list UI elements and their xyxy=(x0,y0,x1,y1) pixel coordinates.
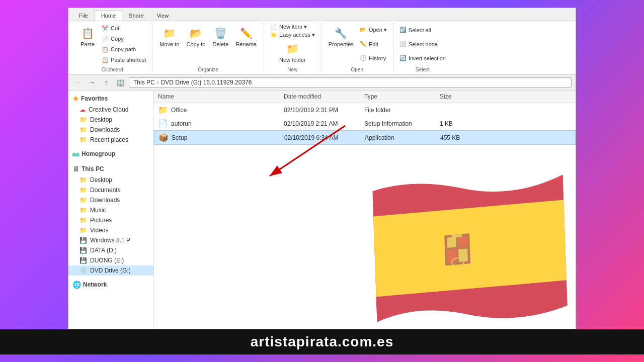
paste-shortcut-button[interactable]: 📋 Paste shortcut xyxy=(100,56,148,64)
office-folder-icon: 📁 Office xyxy=(158,105,187,115)
move-to-button[interactable]: 📁 Move to xyxy=(156,23,182,49)
sidebar-item-data[interactable]: 💾 DATA (D:) xyxy=(68,245,153,255)
sidebar-item-dvd[interactable]: 💿 DVD Drive (G:) xyxy=(68,265,153,276)
col-header-size[interactable]: Size xyxy=(436,92,476,102)
edit-button[interactable]: ✏️ Edit xyxy=(358,40,389,48)
path-part-2: DVD Drive (G:) 16.0.11929.20376 xyxy=(161,79,252,86)
invert-selection-button[interactable]: 🔄 Invert selection xyxy=(397,54,448,62)
favorites-header[interactable]: ★ Favorites xyxy=(68,93,153,105)
windows-drive-icon: 💾 xyxy=(79,237,87,244)
sidebar-item-documents[interactable]: 📁 Documents xyxy=(68,185,153,195)
homegroup-icon: 🏘 xyxy=(72,150,79,158)
col-header-type[interactable]: Type xyxy=(360,92,436,102)
tab-home[interactable]: Home xyxy=(95,10,122,21)
file-name-setup: 📦 Setup xyxy=(154,132,280,143)
sidebar-item-downloads-fav[interactable]: 📁 Downloads xyxy=(68,125,153,135)
sidebar-item-videos[interactable]: 📁 Videos xyxy=(68,225,153,235)
rename-button[interactable]: ✏️ Rename xyxy=(232,23,260,49)
tab-file[interactable]: File xyxy=(72,10,95,21)
homegroup-header[interactable]: 🏘 Homegroup xyxy=(68,148,153,160)
select-all-button[interactable]: ☑️ Select all xyxy=(397,26,448,34)
invert-selection-icon: 🔄 xyxy=(399,55,407,61)
spain-flag-overlay xyxy=(364,168,576,329)
sidebar-item-creative-cloud[interactable]: ☁ Creative Cloud xyxy=(68,105,153,115)
documents-label: Documents xyxy=(90,187,121,194)
open-icon: 📂 xyxy=(360,27,367,33)
delete-button[interactable]: 🗑️ Delete xyxy=(209,23,231,49)
address-path[interactable]: This PC › DVD Drive (G:) 16.0.11929.2037… xyxy=(129,77,572,87)
file-row-setup[interactable]: 📦 Setup 02/10/2019 6:34 AM Application 4… xyxy=(154,130,576,145)
forward-button[interactable]: → xyxy=(87,77,98,88)
easy-access-button[interactable]: ⭐ Easy access ▾ xyxy=(268,31,317,39)
new-item-button[interactable]: 📄 New item ▾ xyxy=(268,23,317,31)
paste-label: Paste xyxy=(80,41,95,47)
properties-icon: 🔧 xyxy=(333,25,349,41)
file-row-autorun[interactable]: 📄 autorun 02/10/2019 2:21 AM Setup Infor… xyxy=(154,117,576,130)
documents-icon: 📁 xyxy=(79,187,87,194)
this-pc-label: This PC xyxy=(82,165,104,172)
open-button[interactable]: 📂 Open ▾ xyxy=(358,26,389,34)
sidebar-item-recent-places[interactable]: 📁 Recent places xyxy=(68,135,153,145)
downloads-folder-icon: 📁 xyxy=(79,126,87,133)
col-header-name[interactable]: Name xyxy=(154,92,280,102)
clipboard-label: Clipboard xyxy=(102,65,123,72)
dvd-icon: 💿 xyxy=(79,267,87,274)
select-none-button[interactable]: ⬜ Select none xyxy=(397,40,448,48)
path-part-1: This PC xyxy=(133,79,155,86)
tab-share[interactable]: Share xyxy=(122,10,150,21)
copy-path-icon: 📋 xyxy=(102,46,109,53)
select-label: Select xyxy=(416,65,430,72)
new-folder-label: New folder xyxy=(279,57,306,63)
select-none-icon: ⬜ xyxy=(399,41,407,47)
up-button[interactable]: ↑ xyxy=(101,77,112,88)
sidebar-item-pictures[interactable]: 📁 Pictures xyxy=(68,215,153,225)
copy-button[interactable]: 📄 Copy xyxy=(100,35,148,43)
organize-label: Organize xyxy=(198,65,218,72)
copy-path-button[interactable]: 📋 Copy path xyxy=(100,46,148,53)
paste-button[interactable]: 📋 Paste xyxy=(76,23,99,49)
file-row-office[interactable]: 📁 Office 02/10/2019 2:31 PM File folder xyxy=(154,103,576,117)
file-size-office xyxy=(436,109,476,111)
history-label: History xyxy=(369,55,386,61)
new-buttons: 📄 New item ▾ ⭐ Easy access ▾ xyxy=(268,23,317,39)
clipboard-buttons: 📋 Paste ✂️ Cut 📄 Copy 📋 xyxy=(76,23,148,65)
copy-to-button[interactable]: 📂 Copy to xyxy=(183,23,208,49)
sidebar-item-desktop[interactable]: 📁 Desktop xyxy=(68,115,153,125)
open-label: Open xyxy=(351,65,363,72)
cut-label: Cut xyxy=(111,25,119,31)
sidebar-item-duong[interactable]: 💾 DUONG (E:) xyxy=(68,255,153,265)
explorer-window: File Home Share View 📋 Paste ✂️ Cut xyxy=(68,8,576,329)
delete-label: Delete xyxy=(212,41,228,47)
file-date-office: 02/10/2019 2:31 PM xyxy=(280,106,360,115)
desktop-folder-icon: 📁 xyxy=(79,116,87,123)
sidebar-item-music[interactable]: 📁 Music xyxy=(68,205,153,215)
data-drive-icon: 💾 xyxy=(79,247,87,254)
tab-view[interactable]: View xyxy=(150,10,175,21)
clipboard-group: 📋 Paste ✂️ Cut 📄 Copy 📋 xyxy=(72,23,152,72)
sidebar-item-pc-desktop[interactable]: 📁 Desktop xyxy=(68,175,153,185)
this-pc-header[interactable]: 🖥 This PC xyxy=(68,163,153,175)
col-header-date[interactable]: Date modified xyxy=(280,92,360,102)
sidebar: ★ Favorites ☁ Creative Cloud 📁 Desktop 📁… xyxy=(68,90,154,329)
properties-button[interactable]: 🔧 Properties xyxy=(326,23,357,49)
clipboard-col: ✂️ Cut 📄 Copy 📋 Copy path 📋 xyxy=(100,23,148,65)
new-group: 📄 New item ▾ ⭐ Easy access ▾ 📁 New folde… xyxy=(264,23,321,72)
downloads-pc-icon: 📁 xyxy=(79,197,87,204)
copy-to-label: Copy to xyxy=(186,41,205,47)
copy-to-icon: 📂 xyxy=(188,25,204,41)
pc-desktop-icon: 📁 xyxy=(79,176,87,184)
history-button[interactable]: 🕐 History xyxy=(358,54,389,62)
sidebar-item-downloads-pc[interactable]: 📁 Downloads xyxy=(68,195,153,205)
dvd-label: DVD Drive (G:) xyxy=(90,267,131,274)
new-folder-button[interactable]: 📁 New folder xyxy=(276,39,309,65)
sidebar-item-windows[interactable]: 💾 Windows 8.1 P xyxy=(68,235,153,245)
file-size-setup: 455 KB xyxy=(436,133,476,142)
music-icon: 📁 xyxy=(79,207,87,214)
open-buttons: 🔧 Properties 📂 Open ▾ ✏️ Edit xyxy=(326,23,389,65)
network-header[interactable]: 🌐 Network xyxy=(68,279,153,291)
back-button[interactable]: ← xyxy=(72,77,84,88)
copy-icon: 📄 xyxy=(102,36,109,42)
cut-button[interactable]: ✂️ Cut xyxy=(100,25,148,32)
move-to-icon: 📁 xyxy=(162,25,178,41)
pictures-label: Pictures xyxy=(90,217,112,224)
